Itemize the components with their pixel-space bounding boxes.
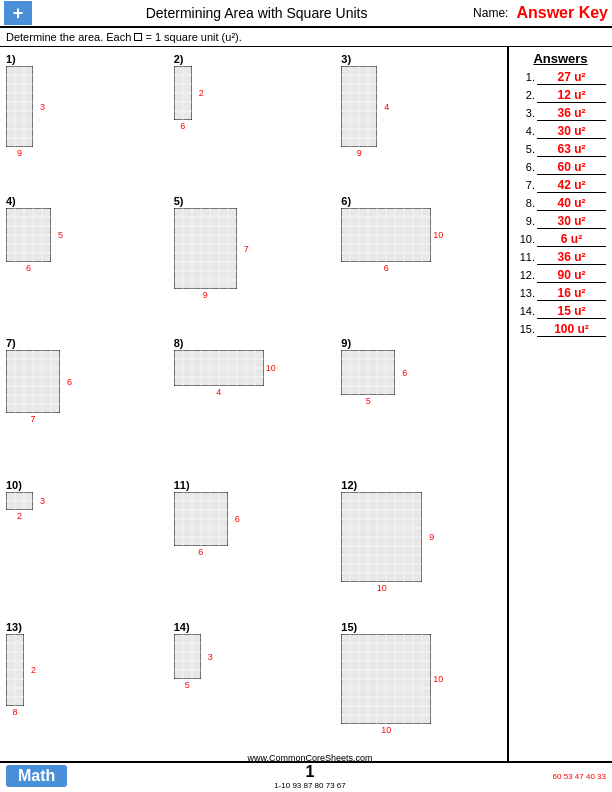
- answer-value: 63 u²: [537, 142, 606, 157]
- answer-value: 36 u²: [537, 106, 606, 121]
- answer-number: 6.: [515, 161, 535, 173]
- bottom-dimension: 6: [6, 263, 51, 273]
- answer-item: 8. 40 u²: [515, 196, 606, 211]
- page-number: 1: [306, 763, 315, 781]
- answer-number: 7.: [515, 179, 535, 191]
- main-content: 1)392)263)494)565)796)1067)678)1049)6510…: [0, 47, 612, 761]
- problem-number: 4): [6, 195, 16, 207]
- answer-number: 11.: [515, 251, 535, 263]
- grid-container: 6: [341, 350, 395, 395]
- grid-container: 10: [341, 634, 431, 724]
- bottom-dimension: 5: [341, 396, 395, 406]
- bottom-dimension: 8: [6, 707, 24, 717]
- grid-svg: [341, 492, 422, 582]
- grid-container: 3: [174, 634, 201, 679]
- answer-number: 12.: [515, 269, 535, 281]
- problem-number: 1): [6, 53, 16, 65]
- footer: Math www.CommonCoreSheets.com 1 1-10 93 …: [0, 761, 612, 789]
- grid-svg: [341, 208, 431, 262]
- problem-5: 5)79: [172, 193, 336, 331]
- problem-number: 13): [6, 621, 22, 633]
- answer-number: 13.: [515, 287, 535, 299]
- page-title: Determining Area with Square Units: [40, 5, 473, 21]
- answer-value: 30 u²: [537, 124, 606, 139]
- right-dimension: 3: [40, 102, 45, 112]
- right-dimension: 7: [244, 244, 249, 254]
- grid-container: 10: [341, 208, 431, 262]
- answer-number: 3.: [515, 107, 535, 119]
- grid-svg: [6, 350, 60, 413]
- answer-value: 12 u²: [537, 88, 606, 103]
- problem-1: 1)39: [4, 51, 168, 189]
- answer-stats: 60 53 47 40 33: [553, 772, 606, 781]
- grid-svg: [341, 350, 395, 395]
- bottom-dimension: 10: [341, 583, 422, 593]
- bottom-dimension: 5: [174, 680, 201, 690]
- answer-value: 27 u²: [537, 70, 606, 85]
- answer-value: 42 u²: [537, 178, 606, 193]
- problem-4: 4)56: [4, 193, 168, 331]
- header: Determining Area with Square Units Name:…: [0, 0, 612, 28]
- logo-icon: [4, 1, 32, 25]
- bottom-dimension: 7: [6, 414, 60, 424]
- answer-number: 15.: [515, 323, 535, 335]
- problem-6: 6)106: [339, 193, 503, 331]
- subheader: Determine the area. Each = 1 square unit…: [0, 28, 612, 47]
- problem-number: 8): [174, 337, 184, 349]
- answer-value: 30 u²: [537, 214, 606, 229]
- grid-container: 2: [6, 634, 24, 706]
- answer-item: 10. 6 u²: [515, 232, 606, 247]
- answer-item: 11. 36 u²: [515, 250, 606, 265]
- svg-rect-0: [6, 66, 33, 147]
- problem-2: 2)26: [172, 51, 336, 189]
- answer-value: 15 u²: [537, 304, 606, 319]
- right-dimension: 5: [58, 230, 63, 240]
- problem-number: 7): [6, 337, 16, 349]
- problem-number: 10): [6, 479, 22, 491]
- grid-svg: [341, 66, 377, 147]
- problem-number: 2): [174, 53, 184, 65]
- answer-item: 1. 27 u²: [515, 70, 606, 85]
- answer-item: 15. 100 u²: [515, 322, 606, 337]
- grid-container: 4: [341, 66, 377, 147]
- right-dimension: 6: [402, 368, 407, 378]
- bottom-dimension: 9: [341, 148, 377, 158]
- answer-value: 6 u²: [537, 232, 606, 247]
- right-dimension: 10: [433, 230, 443, 240]
- footer-center: www.CommonCoreSheets.com 1 1-10 93 87 80…: [247, 753, 372, 792]
- right-dimension: 2: [199, 88, 204, 98]
- answer-number: 4.: [515, 125, 535, 137]
- bottom-dimension: 2: [6, 511, 33, 521]
- problem-3: 3)49: [339, 51, 503, 189]
- grid-container: 6: [174, 492, 228, 546]
- answer-item: 12. 90 u²: [515, 268, 606, 283]
- problem-12: 12)910: [339, 477, 503, 615]
- bottom-dimension: 4: [174, 387, 264, 397]
- bottom-dimension: 9: [174, 290, 237, 300]
- right-dimension: 6: [235, 514, 240, 524]
- grid-svg: [174, 66, 192, 120]
- grid-container: 5: [6, 208, 51, 262]
- problem-7: 7)67: [4, 335, 168, 473]
- answer-number: 8.: [515, 197, 535, 209]
- problem-9: 9)65: [339, 335, 503, 473]
- problem-8: 8)104: [172, 335, 336, 473]
- answer-item: 14. 15 u²: [515, 304, 606, 319]
- right-dimension: 3: [40, 496, 45, 506]
- answer-number: 10.: [515, 233, 535, 245]
- answer-item: 6. 60 u²: [515, 160, 606, 175]
- answer-value: 40 u²: [537, 196, 606, 211]
- problem-14: 14)35: [172, 619, 336, 757]
- grid-svg: [341, 634, 431, 724]
- bottom-dimension: 10: [341, 725, 431, 735]
- right-dimension: 9: [429, 532, 434, 542]
- grid-svg: [6, 634, 24, 706]
- answer-value: 16 u²: [537, 286, 606, 301]
- answer-item: 7. 42 u²: [515, 178, 606, 193]
- answer-number: 2.: [515, 89, 535, 101]
- right-dimension: 2: [31, 665, 36, 675]
- bottom-dimension: 9: [6, 148, 33, 158]
- problem-15: 15)1010: [339, 619, 503, 757]
- grid-container: 2: [174, 66, 192, 120]
- answers-list: 1. 27 u² 2. 12 u² 3. 36 u² 4. 30 u² 5. 6…: [515, 70, 606, 337]
